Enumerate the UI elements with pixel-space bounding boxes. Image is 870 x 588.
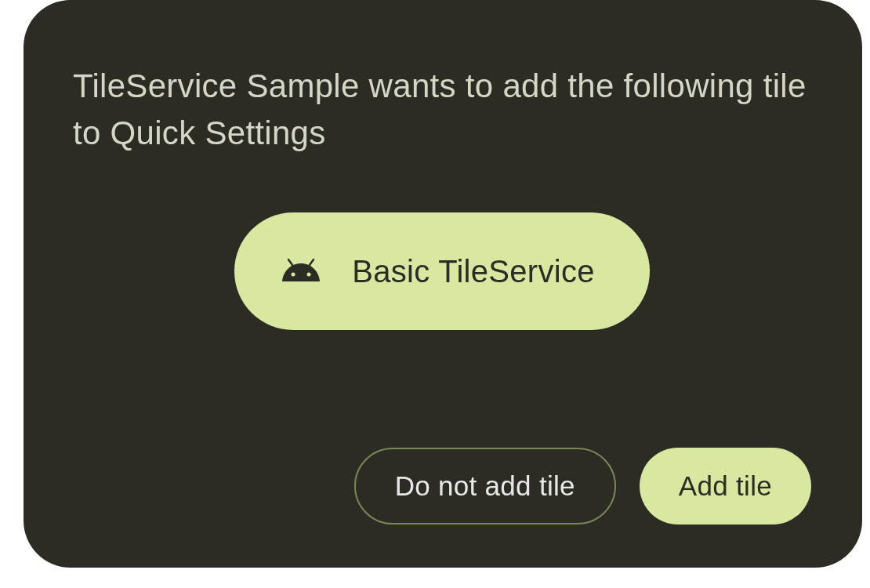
tile-label: Basic TileService (352, 254, 595, 289)
android-icon (281, 252, 321, 291)
svg-point-1 (307, 273, 311, 277)
dialog-title: TileService Sample wants to add the foll… (73, 63, 811, 156)
add-tile-dialog: TileService Sample wants to add the foll… (24, 0, 862, 568)
svg-point-0 (292, 273, 295, 277)
tile-preview: Basic TileService (234, 212, 650, 330)
decline-button[interactable]: Do not add tile (354, 448, 616, 524)
accept-button[interactable]: Add tile (640, 448, 811, 524)
tile-preview-container: Basic TileService (73, 212, 811, 330)
dialog-button-row: Do not add tile Add tile (73, 448, 811, 524)
